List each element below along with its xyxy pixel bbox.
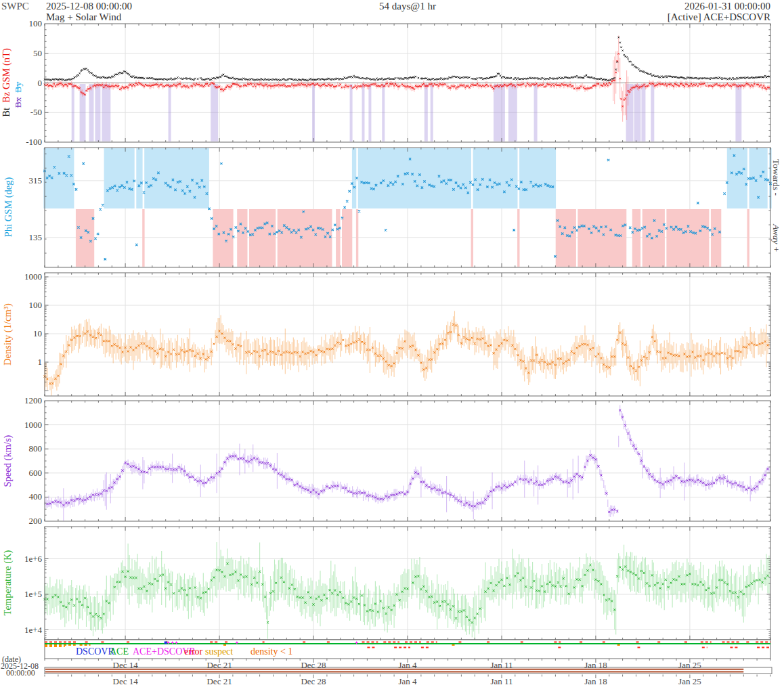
mag-gap-band — [431, 84, 433, 141]
axis-start-time: 00:00:00 — [6, 668, 35, 678]
mag-gap-band — [382, 84, 385, 141]
mag-gap-band — [169, 84, 171, 141]
mag-gap-band — [95, 84, 100, 141]
mag-axis-label: Bt Bz GSM (nT) — [1, 12, 12, 154]
mag-gap-band — [641, 84, 645, 141]
y-tick-label: 800 — [11, 443, 42, 454]
legend-item-error: error — [184, 646, 202, 657]
bt-label: Bt — [1, 108, 12, 117]
date-label-bottom: Jan 18 — [572, 676, 619, 685]
legend-item-ace: ACE — [110, 646, 129, 657]
bt-series-markers — [44, 37, 770, 81]
y-tick-label: 100 — [11, 18, 42, 29]
mag-gap-band — [211, 84, 218, 141]
mag-gap-band — [735, 84, 741, 141]
temperature-axis-label: Temperature (K) — [2, 526, 13, 640]
date-label-top: Jan 4 — [384, 660, 431, 671]
y-tick-label: 50 — [11, 48, 42, 59]
temperature-error-band — [45, 542, 769, 639]
towards-sector-label: Towards - — [772, 146, 781, 210]
y-tick-label: 200 — [11, 516, 42, 527]
bz-series-markers — [44, 53, 770, 107]
y-tick-label: 135 — [11, 232, 42, 243]
mag-gap-band — [72, 84, 74, 141]
away-sector-label: Away + — [772, 210, 781, 267]
date-label-bottom: Dec 28 — [290, 676, 337, 685]
y-tick-label: 315 — [11, 175, 42, 186]
date-label-bottom: Dec 21 — [196, 676, 243, 685]
bx-label: Bx — [13, 97, 23, 108]
chart-canvas — [0, 0, 784, 685]
y-tick-label: 1e+4 — [11, 625, 42, 636]
date-label-bottom: Jan 25 — [666, 676, 714, 685]
y-tick-label: 1e+6 — [11, 554, 42, 565]
mag-gap-band — [312, 84, 315, 141]
mag-gap-band — [102, 84, 110, 141]
date-label-top: Dec 28 — [290, 660, 337, 671]
bz-label: Bz GSM (nT) — [1, 48, 12, 103]
date-label-top: Dec 21 — [196, 660, 243, 671]
mag-gap-band — [424, 84, 428, 141]
y-tick-label: 1 — [11, 357, 42, 368]
date-label-bottom: Jan 4 — [384, 676, 431, 685]
mag-gap-band — [494, 84, 505, 141]
y-tick-label: 10 — [11, 328, 42, 339]
legend-item-density-1: density < 1 — [251, 646, 292, 657]
legend-item-suspect: suspect — [205, 646, 233, 657]
mag-gap-band — [350, 84, 353, 141]
mag-gap-band — [368, 84, 371, 141]
date-label-bottom: Dec 14 — [102, 676, 149, 685]
date-label-top: Jan 18 — [572, 660, 619, 671]
mag-gap-band — [362, 84, 365, 141]
speed-error-band — [45, 405, 769, 521]
swpc-solar-wind-figure: SWPC 2025-12-08 00:00:00 Mag + Solar Win… — [0, 0, 784, 685]
date-label-bottom: Jan 11 — [478, 676, 525, 685]
mag-gap-band — [508, 84, 517, 141]
y-tick-label: 1000 — [11, 420, 42, 430]
mag-hidden-components-label: Bx By — [13, 47, 22, 142]
date-label-top: Jan 11 — [478, 660, 525, 671]
legend-item-dscovr: DSCOVR — [76, 646, 114, 657]
y-tick-label: 400 — [11, 491, 42, 502]
y-tick-label: 1200 — [11, 395, 42, 406]
y-tick-label: -100 — [11, 137, 42, 148]
y-tick-label: 1000 — [11, 271, 42, 282]
mag-gap-band — [89, 84, 94, 141]
date-label-top: Jan 25 — [666, 660, 714, 671]
mag-gap-band — [651, 84, 654, 141]
dscovr-source-mark — [165, 642, 167, 644]
away-sector-shading — [77, 209, 749, 267]
date-label-top: Dec 14 — [102, 660, 149, 671]
y-tick-label: 100 — [11, 300, 42, 311]
mag-gap-band — [534, 84, 538, 141]
phi-axis-label: Phi GSM (deg) — [3, 148, 14, 267]
mag-gap-band — [634, 84, 641, 141]
y-tick-label: 0 — [11, 78, 42, 89]
y-tick-label: -50 — [11, 107, 42, 118]
y-tick-label: 600 — [11, 468, 42, 479]
density-error-band — [45, 311, 769, 395]
y-tick-label: 1e+5 — [11, 589, 42, 600]
